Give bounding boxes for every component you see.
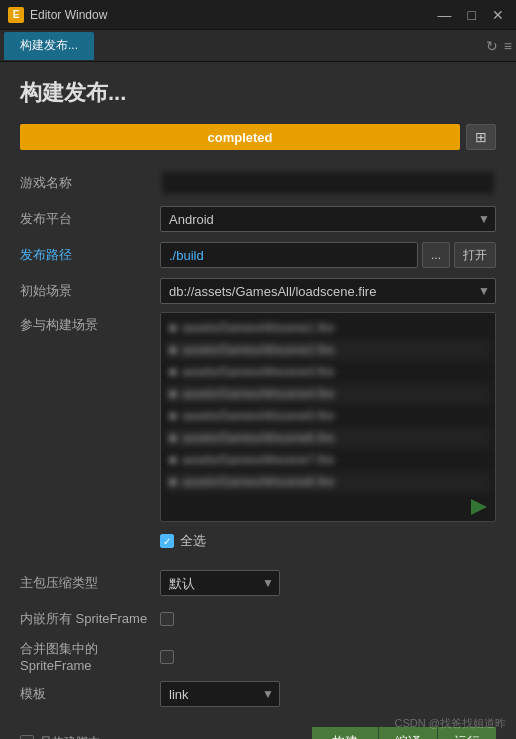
platform-select-wrap: Android ▼ xyxy=(160,206,496,232)
maximize-button[interactable]: □ xyxy=(464,8,480,22)
platform-row: 发布平台 Android ▼ xyxy=(20,204,496,234)
scene-list-container: ■assets/GamesAll/scene1.fire ■assets/Gam… xyxy=(160,312,496,522)
list-item: ■assets/GamesAll/scene1.fire xyxy=(165,317,491,339)
refresh-icon[interactable]: ↻ xyxy=(486,38,498,54)
compress-label: 主包压缩类型 xyxy=(20,574,160,592)
action-row: 只构建脚本 构建 编译 运行 xyxy=(20,727,496,739)
log-button[interactable]: ⊞ xyxy=(466,124,496,150)
path-label: 发布路径 xyxy=(20,246,160,264)
only-build-label: 只构建脚本 xyxy=(40,734,100,740)
window-title: Editor Window xyxy=(30,8,434,22)
list-item: ■assets/GamesAll/scene5.fire xyxy=(165,405,491,427)
embed-sprite-label: 内嵌所有 SpriteFrame xyxy=(20,610,160,628)
build-scenes-row: 参与构建场景 ■assets/GamesAll/scene1.fire ■ass… xyxy=(20,312,496,522)
merge-sprite-control xyxy=(160,650,496,664)
start-scene-row: 初始场景 db://assets/GamesAll/loadscene.fire… xyxy=(20,276,496,306)
list-item: ■assets/GamesAll/scene3.fire xyxy=(165,361,491,383)
merge-sprite-checkbox[interactable] xyxy=(160,650,174,664)
platform-label: 发布平台 xyxy=(20,210,160,228)
compress-select-wrap: 默认 ▼ xyxy=(160,570,280,596)
menu-icon[interactable]: ≡ xyxy=(504,38,512,54)
platform-select[interactable]: Android xyxy=(160,206,496,232)
start-scene-control: db://assets/GamesAll/loadscene.fire ▼ xyxy=(160,278,496,304)
page-title: 构建发布... xyxy=(20,78,496,108)
scene-list[interactable]: ■assets/GamesAll/scene1.fire ■assets/Gam… xyxy=(161,313,495,521)
app-icon: E xyxy=(8,7,24,23)
game-name-control xyxy=(160,170,496,196)
compile-button[interactable]: 编译 xyxy=(379,727,438,739)
minimize-button[interactable]: — xyxy=(434,8,456,22)
path-input-row: ... 打开 xyxy=(160,242,496,268)
select-all-row: ✓ 全选 xyxy=(160,526,496,560)
game-name-input-blurred[interactable] xyxy=(160,170,496,196)
compress-row: 主包压缩类型 默认 ▼ xyxy=(20,568,496,598)
start-scene-label: 初始场景 xyxy=(20,282,160,300)
select-all-label: 全选 xyxy=(180,532,206,550)
title-bar: E Editor Window — □ ✕ xyxy=(0,0,516,30)
log-icon: ⊞ xyxy=(475,129,487,145)
template-select[interactable]: link xyxy=(160,681,280,707)
list-item: ■assets/GamesAll/scene4.fire xyxy=(165,383,491,405)
template-select-wrap: link ▼ xyxy=(160,681,280,707)
list-item: ■assets/GamesAll/scene8.fire xyxy=(165,471,491,493)
game-name-label: 游戏名称 xyxy=(20,174,160,192)
status-bar: completed ⊞ xyxy=(20,124,496,150)
only-build-checkbox[interactable] xyxy=(20,735,34,739)
platform-control: Android ▼ xyxy=(160,206,496,232)
template-row: 模板 link ▼ xyxy=(20,679,496,709)
compress-select[interactable]: 默认 xyxy=(160,570,280,596)
list-item: ■assets/GamesAll/scene7.fire xyxy=(165,449,491,471)
compress-control: 默认 ▼ xyxy=(160,570,496,596)
merge-sprite-row: 合并图集中的 SpriteFrame xyxy=(20,640,496,673)
close-button[interactable]: ✕ xyxy=(488,8,508,22)
run-button[interactable]: 运行 xyxy=(438,727,496,739)
start-scene-select[interactable]: db://assets/GamesAll/loadscene.fire xyxy=(160,278,496,304)
path-input[interactable] xyxy=(160,242,418,268)
path-row: 发布路径 ... 打开 xyxy=(20,240,496,270)
form-section: 游戏名称 发布平台 Android ▼ xyxy=(20,168,496,715)
list-item: ■assets/GamesAll/scene2.fire xyxy=(165,339,491,361)
embed-sprite-row: 内嵌所有 SpriteFrame xyxy=(20,604,496,634)
path-open-button[interactable]: 打开 xyxy=(454,242,496,268)
build-button[interactable]: 构建 xyxy=(312,727,379,739)
template-control: link ▼ xyxy=(160,681,496,707)
template-label: 模板 xyxy=(20,685,160,703)
build-scenes-control: ■assets/GamesAll/scene1.fire ■assets/Gam… xyxy=(160,312,496,522)
embed-sprite-checkbox[interactable] xyxy=(160,612,174,626)
tab-bar-icons: ↻ ≡ xyxy=(486,38,512,54)
main-content: 构建发布... completed ⊞ 游戏名称 发布平台 xyxy=(0,62,516,739)
select-all-control: ✓ 全选 xyxy=(160,530,206,552)
list-item: ■assets/GamesAll/scene6.fire xyxy=(165,427,491,449)
game-name-row: 游戏名称 xyxy=(20,168,496,198)
select-all-checkbox[interactable]: ✓ xyxy=(160,534,174,548)
embed-sprite-control xyxy=(160,612,496,626)
merge-sprite-label: 合并图集中的 SpriteFrame xyxy=(20,640,160,673)
only-build-wrap: 只构建脚本 xyxy=(20,734,312,740)
tab-build-publish[interactable]: 构建发布... xyxy=(4,32,94,60)
start-scene-select-wrap: db://assets/GamesAll/loadscene.fire ▼ xyxy=(160,278,496,304)
tab-bar: 构建发布... ↻ ≡ xyxy=(0,30,516,62)
path-dots-button[interactable]: ... xyxy=(422,242,450,268)
build-scenes-label: 参与构建场景 xyxy=(20,312,160,334)
status-badge: completed xyxy=(20,124,460,150)
path-control: ... 打开 xyxy=(160,242,496,268)
title-bar-controls: — □ ✕ xyxy=(434,8,508,22)
